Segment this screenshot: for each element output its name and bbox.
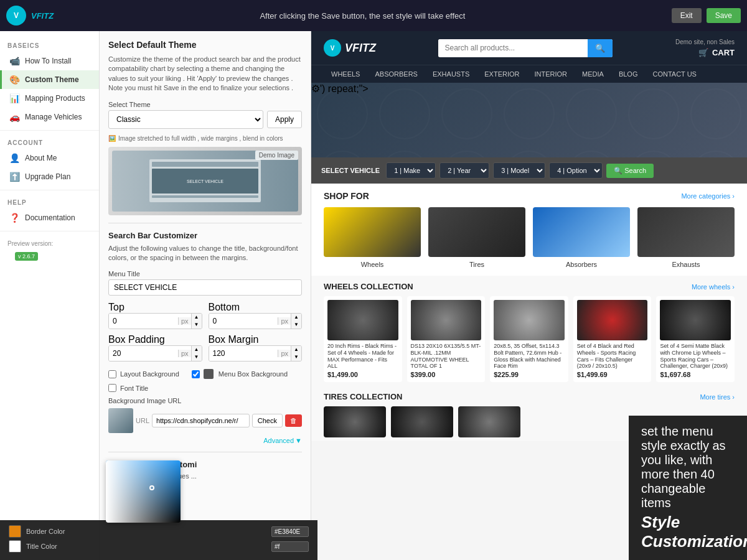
sidebar-item-documentation[interactable]: ❓ Documentation <box>0 208 99 227</box>
more-tires-link[interactable]: More tires › <box>700 393 735 401</box>
make-select[interactable]: 1 | Make <box>386 162 436 179</box>
theme-select[interactable]: Classic Modern Dark Light <box>108 110 263 129</box>
box-margin-label: Box Margin <box>209 334 259 345</box>
top-up-btn[interactable]: ▲ <box>192 314 202 321</box>
wheels-section-header: WHEELS COLLECTION More wheels › <box>324 282 735 291</box>
info-text: 🖼️ Image stretched to full width , wide … <box>108 135 302 142</box>
category-exhausts[interactable]: Exhausts <box>637 207 735 268</box>
bottom-input-group: px ▲ ▼ <box>209 313 303 329</box>
bottom-input[interactable] <box>209 314 278 329</box>
store-search-button[interactable]: 🔍 <box>588 39 613 57</box>
category-wheels[interactable]: Wheels <box>324 207 421 268</box>
store-search-input[interactable] <box>438 39 588 57</box>
store-logo-text: VFITZ <box>345 42 376 55</box>
sidebar-item-how-to-install[interactable]: 📹 How To Install <box>0 52 99 70</box>
advanced-link[interactable]: Advanced ▼ <box>108 437 302 444</box>
color-picker-overlay[interactable] <box>106 460 181 523</box>
nav-exhausts[interactable]: EXHAUSTS <box>425 65 477 83</box>
bottom-overlay-text2: Style Customization <box>641 513 735 551</box>
menu-box-bg-checkbox[interactable] <box>192 370 200 378</box>
theme-label: Select Theme <box>108 101 302 108</box>
nav-blog[interactable]: BLOG <box>611 65 646 83</box>
box-padding-input[interactable] <box>109 346 178 361</box>
sidebar-item-label: Custom Theme <box>25 75 79 84</box>
bottom-down-btn[interactable]: ▼ <box>291 321 301 329</box>
title-hex-input[interactable] <box>271 541 309 552</box>
store-nav: WHEELS ABSORBERS EXHAUSTS EXTERIOR INTER… <box>311 65 747 83</box>
sidebar-item-manage-vehicles[interactable]: 🚗 Manage Vehicles <box>0 108 99 126</box>
help-icon: ❓ <box>9 213 20 223</box>
box-padding-up-btn[interactable]: ▲ <box>192 346 202 353</box>
title-color-swatch[interactable] <box>9 540 21 553</box>
model-select[interactable]: 3 | Model <box>493 162 545 179</box>
font-title-checkbox[interactable] <box>108 384 116 392</box>
box-margin-down-btn[interactable]: ▼ <box>291 353 301 361</box>
color-picker-cursor <box>149 485 154 490</box>
top-input[interactable] <box>109 314 178 329</box>
bottom-up-btn[interactable]: ▲ <box>291 314 301 321</box>
sidebar: BASEICS 📹 How To Install 🎨 Custom Theme … <box>0 31 100 560</box>
storefront-bottom-overlay: set the menu style exactly as you like, … <box>629 416 747 560</box>
bottom-unit: px <box>278 317 291 325</box>
vehicle-search-button[interactable]: 🔍 Search <box>606 164 654 178</box>
bottom-config-bar: Border Color Title Color <box>0 520 317 560</box>
checkbox-group: Layout Background Menu Box Background <box>108 366 302 381</box>
sidebar-item-label: Upgrade Plan <box>25 172 70 181</box>
wheel-card-1[interactable]: 20 Inch Rims - Black Rims - Set of 4 Whe… <box>324 296 402 382</box>
top-input-group: px ▲ ▼ <box>108 313 202 329</box>
layout-bg-checkbox[interactable] <box>108 370 116 378</box>
box-padding-down-btn[interactable]: ▼ <box>192 353 202 361</box>
wheel-card-4[interactable]: Set of 4 Black and Red Wheels - Sports R… <box>573 296 652 382</box>
delete-button[interactable]: 🗑 <box>285 414 302 427</box>
exhausts-label: Exhausts <box>672 261 700 268</box>
theme-selector-group: Select Theme Classic Modern Dark Light A… <box>108 101 302 129</box>
check-button[interactable]: Check <box>252 414 283 427</box>
url-input[interactable] <box>152 414 250 427</box>
exhausts-image <box>637 207 735 257</box>
info-icon: 🖼️ <box>108 135 116 142</box>
apply-button[interactable]: Apply <box>267 111 302 128</box>
wheel-name-3: 20x8.5, 35 Offset, 5x114.3 Bolt Pattern,… <box>494 343 565 370</box>
wheel-card-3[interactable]: 20x8.5, 35 Offset, 5x114.3 Bolt Pattern,… <box>490 296 568 382</box>
nav-media[interactable]: MEDIA <box>575 65 611 83</box>
more-categories-link[interactable]: More categories › <box>681 192 735 200</box>
category-tires[interactable]: Tires <box>428 207 525 268</box>
logo-icon: V <box>6 6 26 26</box>
sidebar-item-about-me[interactable]: 👤 About Me <box>0 149 99 167</box>
save-button[interactable]: Save <box>707 8 741 23</box>
box-margin-up-btn[interactable]: ▲ <box>291 346 301 353</box>
cart-button[interactable]: 🛒 CART <box>698 48 735 57</box>
nav-contact-us[interactable]: CONTACT US <box>645 65 704 83</box>
store-header-right: Demo site, non Sales 🛒 CART <box>675 39 735 57</box>
border-color-swatch[interactable] <box>9 525 21 538</box>
nav-interior[interactable]: INTERIOR <box>527 65 575 83</box>
layout-bg-label: Layout Background <box>120 370 179 378</box>
wheel-img-3 <box>494 300 565 340</box>
wheels-collection-title: WHEELS COLLECTION <box>324 282 413 291</box>
box-margin-input[interactable] <box>209 346 278 361</box>
sidebar-item-upgrade-plan[interactable]: ⬆️ Upgrade Plan <box>0 167 99 186</box>
exit-button[interactable]: Exit <box>672 8 702 23</box>
menu-title-input[interactable] <box>108 279 302 296</box>
sidebar-item-mapping-products[interactable]: 📊 Mapping Products <box>0 89 99 108</box>
demo-image-label: Demo Image <box>255 151 298 160</box>
nav-absorbers[interactable]: ABSORBERS <box>367 65 425 83</box>
wheel-card-2[interactable]: DS13 20X10 6X135/5.5 MT-BLK-MIL .12MM AU… <box>407 296 486 382</box>
nav-exterior[interactable]: EXTERIOR <box>477 65 527 83</box>
year-select[interactable]: 2 | Year <box>439 162 489 179</box>
store-logo: V VFITZ <box>324 39 376 57</box>
wheel-card-5[interactable]: Set of 4 Semi Matte Black with Chrome Li… <box>656 296 735 382</box>
tire-img-2 <box>391 406 453 437</box>
more-wheels-link[interactable]: More wheels › <box>692 283 735 291</box>
tires-collection-title: TIRES COLLECTION <box>324 392 402 401</box>
bg-url-group: Background Image URL URL Check 🗑 <box>108 397 302 433</box>
top-bar-actions: Exit Save <box>672 8 741 23</box>
border-hex-input[interactable] <box>271 526 309 537</box>
nav-wheels[interactable]: WHEELS <box>324 65 367 83</box>
wheels-label: Wheels <box>361 261 384 268</box>
category-absorbers[interactable]: Absorbers <box>533 207 630 268</box>
shop-for-section: SHOP FOR More categories › Wheels Tires … <box>311 184 747 276</box>
top-down-btn[interactable]: ▼ <box>192 321 202 329</box>
sidebar-item-custom-theme[interactable]: 🎨 Custom Theme <box>0 70 99 89</box>
option-select[interactable]: 4 | Option <box>549 162 603 179</box>
